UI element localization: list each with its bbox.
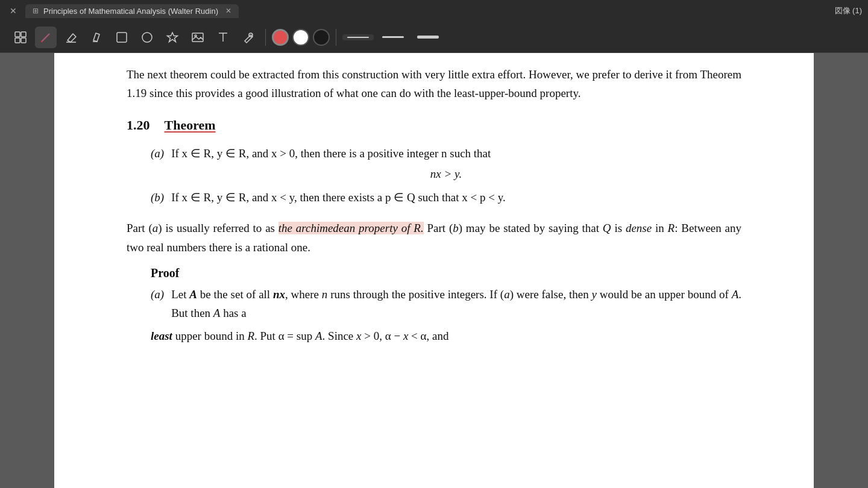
highlighter-tool-button[interactable] <box>86 27 107 48</box>
archimedean-paragraph: Part (a) is usually referred to as the a… <box>127 219 741 257</box>
tab-close-button[interactable]: ✕ <box>225 7 231 15</box>
proof-part-a-label: (a) <box>151 285 164 323</box>
archimedean-highlight: the archimedean property of R. <box>278 222 424 234</box>
theorem-header: 1.20 Theorem <box>127 117 741 133</box>
svg-rect-11 <box>192 33 203 42</box>
star-tool-button[interactable] <box>162 27 183 48</box>
thick-line-button[interactable] <box>412 33 444 41</box>
svg-rect-1 <box>21 32 26 37</box>
math-expression-a: nx > y. <box>430 167 462 180</box>
svg-rect-8 <box>117 33 127 42</box>
part-b-label: (b) <box>151 188 164 207</box>
eraser-tool-button[interactable] <box>60 27 82 48</box>
medium-line-button[interactable] <box>377 34 409 40</box>
theorem-title: Theorem <box>165 117 216 133</box>
document-area: The next theorem could be extracted from… <box>0 53 868 488</box>
proof-least-text: least <box>151 330 172 342</box>
lasso-tool-button[interactable] <box>136 27 158 48</box>
color-white-button[interactable] <box>292 29 309 46</box>
svg-point-9 <box>142 33 152 42</box>
image-tool-button[interactable] <box>187 27 209 48</box>
part-a-label: (a) <box>151 144 164 163</box>
theorem-number: 1.20 <box>127 117 150 133</box>
theorem-body: (a) If x ∈ R, y ∈ R, and x > 0, then the… <box>151 144 741 207</box>
layout-tool-button[interactable] <box>10 27 31 48</box>
proof-body: (a) Let A be the set of all nx, where n … <box>151 285 741 345</box>
title-bar: ✕ ⊞ Principles of Mathematical Analysis … <box>0 0 868 22</box>
tab-icon: ⊞ <box>33 7 39 15</box>
proof-part-a: (a) Let A be the set of all nx, where n … <box>151 285 741 323</box>
intro-paragraph: The next theorem could be extracted from… <box>127 65 741 103</box>
intro-text-content: The next theorem could be extracted from… <box>127 68 741 99</box>
document-tab[interactable]: ⊞ Principles of Mathematical Analysis (W… <box>25 4 239 18</box>
math-display-a: nx > y. <box>151 167 741 181</box>
part-a-text: If x ∈ R, y ∈ R, and x > 0, then there i… <box>171 144 491 163</box>
tab-title: Principles of Mathematical Analysis (Wal… <box>43 7 218 16</box>
part-b-text: If x ∈ R, y ∈ R, and x < y, then there e… <box>171 188 506 207</box>
separator-2 <box>336 29 336 46</box>
proof-part-a-text: Let A be the set of all nx, where n runs… <box>171 285 741 323</box>
shape-tool-button[interactable] <box>111 27 133 48</box>
proof-header: Proof <box>151 266 741 280</box>
image-count-label: 図像 (1) <box>835 5 863 16</box>
svg-rect-3 <box>21 38 26 43</box>
annotation-toolbar <box>0 22 868 53</box>
text-tool-button[interactable] <box>212 27 234 48</box>
proof-continuation: least upper bound in R. Put α = sup A. S… <box>151 327 741 345</box>
thin-line-button[interactable] <box>342 34 374 40</box>
color-picker-tool-button[interactable] <box>237 27 259 48</box>
separator-1 <box>265 29 266 46</box>
svg-rect-0 <box>15 32 20 37</box>
proof-title: Proof <box>151 266 179 280</box>
window-close-button[interactable]: ✕ <box>6 5 20 17</box>
svg-line-5 <box>42 34 49 41</box>
paragraph1-start: Part (a) is usually referred to as <box>127 222 278 234</box>
color-black-button[interactable] <box>313 29 330 46</box>
page: The next theorem could be extracted from… <box>54 53 814 488</box>
svg-marker-10 <box>168 33 178 42</box>
theorem-part-b: (b) If x ∈ R, y ∈ R, and x < y, then the… <box>151 188 741 207</box>
color-red-button[interactable] <box>272 29 289 46</box>
svg-rect-2 <box>15 38 20 43</box>
pen-tool-button[interactable] <box>35 27 57 48</box>
theorem-part-a: (a) If x ∈ R, y ∈ R, and x > 0, then the… <box>151 144 741 163</box>
